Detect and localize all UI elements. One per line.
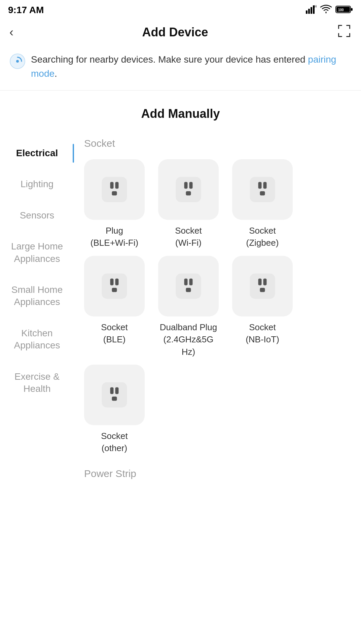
status-bar: 9:17 AM HD 100 bbox=[0, 0, 361, 19]
sidebar-item-small-home[interactable]: Small Home Appliances bbox=[0, 274, 74, 318]
svg-rect-2 bbox=[311, 7, 312, 14]
status-icons: HD 100 bbox=[306, 4, 353, 16]
wifi-icon bbox=[320, 5, 332, 15]
svg-rect-28 bbox=[258, 182, 262, 189]
svg-rect-41 bbox=[263, 278, 267, 285]
svg-rect-25 bbox=[189, 182, 193, 189]
svg-rect-7 bbox=[351, 8, 353, 11]
svg-text:HD: HD bbox=[315, 5, 317, 8]
svg-rect-22 bbox=[112, 191, 117, 196]
socket-wifi-icon-box bbox=[158, 159, 219, 220]
svg-rect-26 bbox=[186, 191, 191, 196]
socket-other-label: Socket(other) bbox=[101, 430, 128, 454]
sidebar-item-electrical[interactable]: Electrical bbox=[0, 138, 74, 169]
socket-wifi-label: Socket(Wi-Fi) bbox=[175, 225, 202, 249]
socket-ble-label: Socket(BLE) bbox=[101, 321, 128, 346]
svg-text:100: 100 bbox=[338, 8, 344, 12]
battery-icon: 100 bbox=[335, 5, 353, 15]
plug-ble-wifi-icon-box bbox=[84, 159, 145, 220]
svg-rect-44 bbox=[110, 387, 114, 394]
svg-rect-46 bbox=[112, 397, 117, 401]
sidebar-item-large-home[interactable]: Large Home Appliances bbox=[0, 231, 74, 274]
svg-rect-19 bbox=[102, 177, 127, 202]
svg-rect-35 bbox=[176, 273, 201, 299]
svg-rect-40 bbox=[258, 278, 262, 285]
svg-rect-24 bbox=[184, 182, 188, 189]
svg-rect-36 bbox=[184, 278, 188, 285]
dualband-plug-icon-box bbox=[158, 256, 219, 316]
svg-rect-21 bbox=[115, 182, 119, 189]
add-manually-title: Add Manually bbox=[0, 93, 361, 131]
sidebar: Electrical Lighting Sensors Large Home A… bbox=[0, 131, 74, 486]
svg-rect-14 bbox=[338, 33, 339, 37]
sidebar-item-lighting[interactable]: Lighting bbox=[0, 169, 74, 200]
socket-ble-icon-box bbox=[84, 256, 145, 316]
svg-rect-30 bbox=[260, 191, 265, 196]
socket-zigbee-icon-box bbox=[232, 159, 293, 220]
content-layout: Electrical Lighting Sensors Large Home A… bbox=[0, 131, 361, 486]
svg-rect-39 bbox=[250, 273, 275, 299]
socket-nbiot-icon-box bbox=[232, 256, 293, 316]
back-button[interactable]: ‹ bbox=[9, 25, 13, 39]
power-strip-section-header: Power Strip bbox=[77, 465, 354, 483]
svg-rect-12 bbox=[349, 25, 350, 29]
scan-icon[interactable] bbox=[337, 24, 352, 41]
sidebar-item-exercise[interactable]: Exercise & Health bbox=[0, 361, 74, 405]
svg-rect-0 bbox=[306, 10, 308, 14]
device-socket-wifi[interactable]: Socket(Wi-Fi) bbox=[155, 159, 222, 249]
device-socket-zigbee[interactable]: Socket(Zigbee) bbox=[229, 159, 296, 249]
svg-rect-10 bbox=[338, 25, 339, 29]
svg-rect-27 bbox=[250, 177, 275, 202]
top-nav: ‹ Add Device bbox=[0, 19, 361, 46]
svg-rect-37 bbox=[189, 278, 193, 285]
svg-rect-34 bbox=[112, 288, 117, 292]
device-plug-ble-wifi[interactable]: Plug(BLE+Wi-Fi) bbox=[81, 159, 148, 249]
socket-nbiot-label: Socket(NB-IoT) bbox=[246, 321, 279, 346]
page-title: Add Device bbox=[142, 25, 208, 39]
notice-text: Searching for nearby devices. Make sure … bbox=[31, 53, 352, 81]
plug-ble-wifi-label: Plug(BLE+Wi-Fi) bbox=[91, 225, 138, 249]
svg-rect-16 bbox=[349, 33, 350, 37]
divider bbox=[0, 90, 361, 91]
socket-section-header: Socket bbox=[77, 134, 354, 156]
svg-point-18 bbox=[16, 60, 19, 63]
notice-bar: Searching for nearby devices. Make sure … bbox=[0, 46, 361, 88]
svg-rect-32 bbox=[110, 278, 114, 285]
svg-rect-45 bbox=[115, 387, 119, 394]
sidebar-item-kitchen[interactable]: Kitchen Appliances bbox=[0, 318, 74, 361]
svg-rect-31 bbox=[102, 273, 127, 299]
device-dualband-plug[interactable]: Dualband Plug(2.4GHz&5GHz) bbox=[155, 256, 222, 358]
svg-rect-23 bbox=[176, 177, 201, 202]
dualband-plug-label: Dualband Plug(2.4GHz&5GHz) bbox=[160, 321, 217, 358]
svg-rect-1 bbox=[308, 9, 310, 14]
status-time: 9:17 AM bbox=[8, 5, 44, 15]
sidebar-item-sensors[interactable]: Sensors bbox=[0, 200, 74, 231]
searching-icon bbox=[9, 53, 26, 69]
device-socket-other[interactable]: Socket(other) bbox=[81, 365, 148, 454]
svg-rect-43 bbox=[102, 382, 127, 407]
device-grid: Plug(BLE+Wi-Fi) Socket(Wi-Fi) bbox=[77, 156, 354, 465]
right-content: Socket Plug(BLE+Wi-Fi) bbox=[74, 131, 361, 486]
device-socket-nbiot[interactable]: Socket(NB-IoT) bbox=[229, 256, 296, 358]
svg-rect-20 bbox=[110, 182, 114, 189]
device-socket-ble[interactable]: Socket(BLE) bbox=[81, 256, 148, 358]
svg-rect-29 bbox=[263, 182, 267, 189]
socket-other-icon-box bbox=[84, 365, 145, 425]
signal-icon: HD bbox=[306, 4, 317, 16]
svg-rect-38 bbox=[186, 288, 191, 292]
socket-zigbee-label: Socket(Zigbee) bbox=[246, 225, 279, 249]
svg-rect-33 bbox=[115, 278, 119, 285]
svg-rect-42 bbox=[260, 288, 265, 292]
